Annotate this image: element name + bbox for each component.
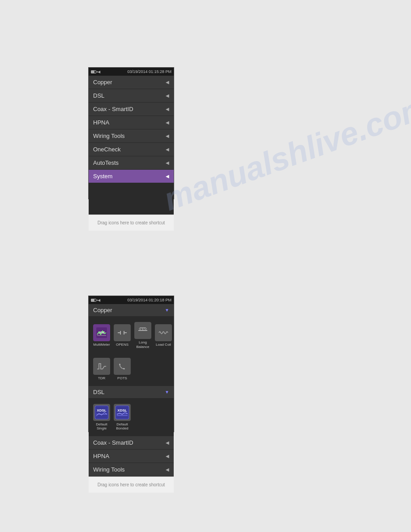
xdsl-single-svg: XDSL [94,405,109,420]
status-bar-top: ◀ 03/19/2014 01:15:28 PM [89,68,174,76]
status-icons: ◀ [91,70,100,74]
menu-item-autotests[interactable]: AutoTests ◀ [89,156,174,170]
arrow-wiring: ◀ [166,133,169,138]
shortcut-area-bottom: Drag icons here to create shortcut [89,476,174,493]
section-dsl[interactable]: DSL ▼ [89,386,174,399]
dsl-icons: XDSL Default Single XDSL Default Bonded [89,399,174,436]
load-coil-label: Load Coil [156,343,171,347]
copper-icons-row1: MM MultiMeter OPENS [89,317,174,354]
arrow-copper: ◀ [166,80,169,85]
default-single-label: Default Single [93,422,110,431]
menu-item-system[interactable]: System ◀ [89,170,174,183]
arrow-wiring-bottom: ◀ [166,467,169,472]
arrow-onecheck: ◀ [166,147,169,152]
arrow-system: ◀ [166,174,169,179]
pots-svg [116,360,128,373]
tdr-icon-box [93,358,110,375]
svg-text:XDSL: XDSL [97,408,106,412]
svg-rect-17 [95,406,108,419]
datetime-bottom: 03/19/2014 01:20:18 PM [127,298,171,302]
dark-area [89,183,174,215]
svg-rect-20 [116,406,129,419]
xdsl-bonded-svg: XDSL [115,405,129,420]
multimeter-label: MultiMeter [93,343,110,347]
device-bottom: ◀ 03/19/2014 01:20:18 PM Copper ▼ MM Mul… [88,296,174,432]
icon-pots[interactable]: POTS [113,356,132,382]
copper-dropdown-icon: ▼ [165,308,169,313]
long-balance-label: Long Balance [134,340,151,349]
copper-icons-row2: TDR POTS [89,354,174,386]
multimeter-svg: MM [95,326,108,339]
datetime-top: 03/19/2014 01:15:28 PM [127,69,171,74]
menu-item-coax-bottom[interactable]: Coax - SmartID ◀ [89,436,174,450]
battery-icon [91,70,96,73]
arrow-autotests: ◀ [166,160,169,165]
arrow-dsl: ◀ [166,93,169,98]
svg-text:XDSL: XDSL [117,408,127,412]
arrow-hpna: ◀ [166,120,169,125]
icon-tdr[interactable]: TDR [92,356,111,382]
icon-default-single[interactable]: XDSL Default Single [92,402,111,433]
device-top: ◀ 03/19/2014 01:15:28 PM Copper ◀ DSL ◀ … [88,67,174,199]
icon-default-bonded[interactable]: XDSL Default Bonded [113,402,132,433]
svg-rect-16 [117,361,128,372]
shortcut-area-top: Drag icons here to create shortcut [89,215,174,231]
battery-icon-bottom [91,299,96,302]
default-single-icon-box: XDSL [93,404,110,421]
menu-item-wiring-tools[interactable]: Wiring Tools ◀ [89,129,174,143]
opens-svg [116,326,128,339]
svg-rect-14 [158,327,169,338]
menu-item-copper[interactable]: Copper ◀ [89,76,174,89]
opens-label: OPENS [116,343,128,347]
status-bar-bottom: ◀ 03/19/2014 01:20:18 PM [89,296,174,304]
signal-icon: ◀ [98,70,100,74]
signal-icon-bottom: ◀ [98,298,100,302]
watermark: manualshlive.com [159,88,411,218]
load-coil-icon-box [155,324,172,341]
icon-load-coil[interactable]: Load Coil [154,320,173,351]
default-bonded-label: Default Bonded [114,422,131,431]
menu-item-onecheck[interactable]: OneCheck ◀ [89,143,174,156]
multimeter-icon-box: MM [93,324,110,341]
icon-opens[interactable]: OPENS [113,320,132,351]
menu-item-hpna-bottom[interactable]: HPNA ◀ [89,450,174,463]
dsl-dropdown-icon: ▼ [165,390,169,395]
menu-item-coax[interactable]: Coax - SmartID ◀ [89,103,174,116]
arrow-hpna-bottom: ◀ [166,454,169,459]
icon-multimeter[interactable]: MM MultiMeter [92,320,111,351]
tdr-svg [95,360,108,373]
opens-icon-box [114,324,131,341]
menu-item-wiring-bottom[interactable]: Wiring Tools ◀ [89,463,174,476]
section-copper[interactable]: Copper ▼ [89,304,174,317]
arrow-coax-bottom: ◀ [166,440,169,445]
long-balance-svg [137,324,149,337]
icon-long-balance[interactable]: Long Balance [133,320,152,351]
arrow-coax: ◀ [166,107,169,112]
menu-item-dsl[interactable]: DSL ◀ [89,89,174,103]
default-bonded-icon-box: XDSL [114,404,131,421]
load-coil-svg [157,326,170,339]
pots-icon-box [114,358,131,375]
menu-item-hpna[interactable]: HPNA ◀ [89,116,174,129]
long-balance-icon-box [134,322,151,339]
tdr-label: TDR [98,376,105,381]
pots-label: POTS [117,376,127,381]
status-icons-bottom: ◀ [91,298,100,302]
